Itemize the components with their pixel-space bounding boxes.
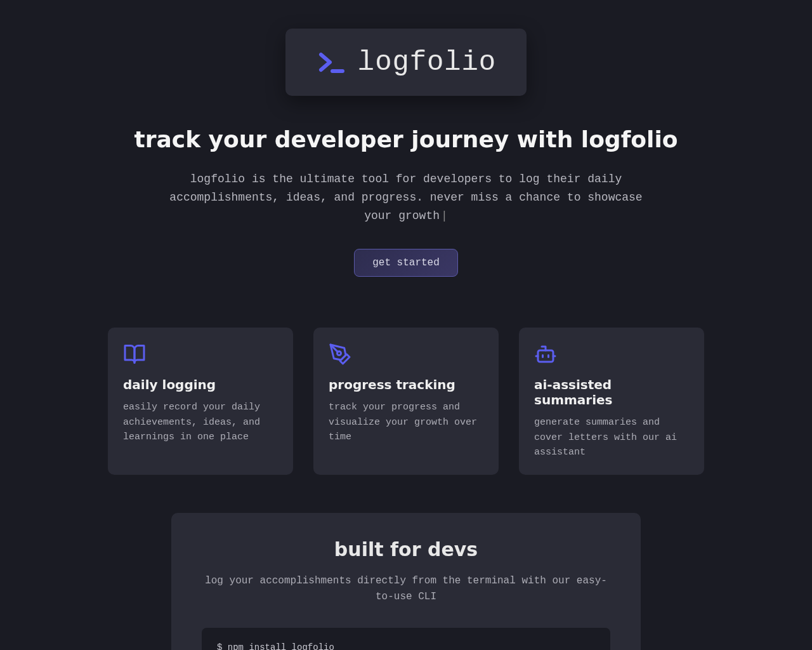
code-line: $ npm install logfolio xyxy=(217,640,595,650)
bot-icon xyxy=(534,343,689,366)
feature-title: progress tracking xyxy=(329,377,483,392)
brand-name: logfolio xyxy=(358,46,496,78)
feature-body: track your progress and visualize your g… xyxy=(329,400,483,444)
feature-body: easily record your daily achievements, i… xyxy=(123,400,278,444)
feature-card-daily-logging: daily logging easily record your daily a… xyxy=(108,328,293,475)
hero-subtitle: logfolio is the ultimate tool for develo… xyxy=(159,170,653,225)
feature-title: daily logging xyxy=(123,377,278,392)
terminal-icon xyxy=(316,47,346,77)
feature-body: generate summaries and cover letters wit… xyxy=(534,415,689,460)
svg-rect-2 xyxy=(538,350,553,362)
get-started-button[interactable]: get started xyxy=(354,249,458,277)
svg-point-1 xyxy=(337,352,341,355)
book-open-icon xyxy=(123,343,278,366)
feature-title: ai-assisted summaries xyxy=(534,377,689,408)
feature-card-ai-summaries: ai-assisted summaries generate summaries… xyxy=(519,328,704,475)
cli-title: built for devs xyxy=(202,538,610,560)
pen-tool-icon xyxy=(329,343,483,366)
logo: logfolio xyxy=(285,29,527,96)
cli-lead: log your accomplishments directly from t… xyxy=(202,573,610,605)
hero-title: track your developer journey with logfol… xyxy=(108,126,704,152)
feature-card-progress-tracking: progress tracking track your progress an… xyxy=(313,328,499,475)
cli-code-block: $ npm install logfolio $ worklog push "f… xyxy=(202,628,610,650)
cli-section: built for devs log your accomplishments … xyxy=(171,513,641,650)
